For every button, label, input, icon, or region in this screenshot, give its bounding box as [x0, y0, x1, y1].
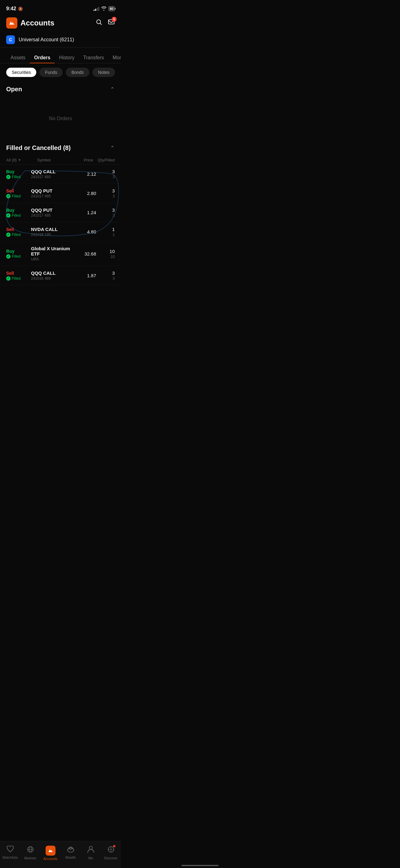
heart-icon [6, 846, 14, 854]
nav-watchlists-label: Watchlists [2, 856, 18, 859]
order-qty-col: 3 3 [96, 169, 115, 179]
filled-dot-icon [6, 213, 10, 218]
nav-markets[interactable]: Markets [20, 844, 40, 862]
order-symbol-col: QQQ PUT 241017 495 [28, 207, 74, 218]
th-price: Price [71, 158, 93, 162]
svg-point-5 [68, 848, 74, 852]
nav-wealth-label: Wealth [65, 856, 76, 859]
tab-history[interactable]: History [55, 53, 79, 63]
filled-section-header: Filled or Cancelled (8) ⌃ [0, 140, 121, 156]
order-status: Filled [6, 232, 28, 237]
battery-icon: 80 [108, 6, 115, 11]
search-button[interactable] [96, 19, 102, 27]
order-row[interactable]: Sell Filled QQQ CALL 241016 489 1.87 3 3 [0, 266, 121, 285]
tab-assets[interactable]: Assets [6, 53, 30, 63]
order-status: Filled [6, 175, 28, 179]
status-right: 80 [94, 6, 115, 11]
order-price-col: 2.80 [74, 191, 96, 196]
order-status: Filled [6, 254, 28, 258]
order-row[interactable]: Sell Filled NVDA CALL 241018 135 4.80 1 … [0, 222, 121, 242]
order-side-col: Buy Filled [6, 208, 28, 218]
account-row[interactable]: C Universal Account (6211) [0, 32, 121, 48]
open-chevron-icon[interactable]: ⌃ [110, 86, 115, 93]
account-icon: C [6, 35, 15, 44]
filled-dot-icon [6, 276, 10, 281]
order-price-col: 1.87 [74, 273, 96, 278]
filled-dot-icon [6, 254, 10, 258]
order-symbol-col: Global X Uranium ETF URA [28, 246, 74, 261]
th-filter[interactable]: All (8) ▼ [6, 158, 31, 162]
order-symbol-col: QQQ CALL 241017 493 [28, 169, 74, 179]
nav-accounts-label: Accounts [43, 857, 57, 861]
filled-dot-icon [6, 175, 10, 179]
order-price-col: 4.80 [74, 229, 96, 235]
order-side-sell: Sell [6, 271, 28, 276]
order-side-col: Sell Filled [6, 271, 28, 281]
order-status: Filled [6, 213, 28, 218]
nav-accounts[interactable]: Accounts [40, 844, 61, 862]
tab-more[interactable]: More [108, 53, 121, 63]
order-price-col: 32.68 [74, 251, 96, 256]
svg-point-9 [110, 849, 112, 850]
notification-badge: 5 [112, 17, 116, 22]
me-icon [88, 846, 94, 855]
tab-orders[interactable]: Orders [30, 53, 55, 63]
markets-icon [27, 846, 34, 855]
filter-bonds[interactable]: Bonds [66, 68, 89, 77]
order-row[interactable]: Sell Filled QQQ PUT 241017 495 2.80 3 3 [0, 184, 121, 203]
signal-icon [94, 7, 99, 11]
nav-watchlists[interactable]: Watchlists [0, 844, 20, 862]
order-side-buy: Buy [6, 169, 28, 174]
order-symbol-col: NVDA CALL 241018 135 [28, 227, 74, 237]
order-side-col: Buy Filled [6, 169, 28, 179]
filled-chevron-icon[interactable]: ⌃ [110, 145, 115, 152]
order-qty-col: 10 10 [96, 249, 115, 259]
order-side-col: Sell Filled [6, 188, 28, 198]
nav-me[interactable]: Me [80, 844, 101, 862]
wealth-icon [67, 846, 75, 854]
order-price-col: 1.24 [74, 210, 96, 215]
th-symbol: Symbol [31, 158, 71, 162]
order-status: Filled [6, 276, 28, 281]
tab-transfers[interactable]: Transfers [79, 53, 108, 63]
order-qty-col: 3 3 [96, 188, 115, 198]
tabs-row: Assets Orders History Transfers More [0, 48, 121, 63]
status-bar: 9:42 🔕 80 [0, 0, 121, 16]
header: Accounts 5 [0, 16, 121, 32]
clock-time: 9:42 [6, 6, 16, 11]
order-row[interactable]: Buy Filled Global X Uranium ETF URA 32.6… [0, 242, 121, 266]
table-header: All (8) ▼ Symbol Price Qty/Filled [0, 156, 121, 164]
page-title: Accounts [21, 19, 54, 27]
bottom-nav: Watchlists Markets Accounts [0, 841, 121, 868]
open-section-title: Open [6, 86, 22, 93]
discover-icon [107, 846, 115, 855]
messages-button[interactable]: 5 [108, 19, 115, 27]
nav-me-label: Me [88, 856, 93, 860]
accounts-logo-icon [45, 846, 56, 856]
status-time: 9:42 🔕 [6, 6, 23, 11]
mute-icon: 🔕 [18, 6, 23, 11]
filled-dot-icon [6, 232, 10, 237]
order-qty-col: 3 3 [96, 207, 115, 218]
order-symbol-col: QQQ CALL 241016 489 [28, 270, 74, 281]
svg-point-7 [89, 846, 92, 849]
filter-securities[interactable]: Securities [6, 68, 36, 77]
order-symbol-col: QQQ PUT 241017 495 [28, 188, 74, 198]
filter-notes[interactable]: Notes [92, 68, 115, 77]
order-side-col: Sell Filled [6, 227, 28, 237]
open-section-header: Open ⌃ [0, 81, 121, 97]
nav-discover[interactable]: Discover [101, 844, 121, 862]
order-row[interactable]: Buy Filled QQQ PUT 241017 495 1.24 3 3 [0, 203, 121, 222]
orders-list: Buy Filled QQQ CALL 241017 493 2.12 3 3 … [0, 164, 121, 285]
no-orders-text: No Orders [0, 97, 121, 140]
order-side-buy: Buy [6, 208, 28, 213]
order-qty-col: 3 3 [96, 270, 115, 281]
filter-funds[interactable]: Funds [39, 68, 63, 77]
order-row[interactable]: Buy Filled QQQ CALL 241017 493 2.12 3 3 [0, 164, 121, 184]
filled-dot-icon [6, 194, 10, 198]
order-status: Filled [6, 194, 28, 198]
filled-section-title: Filled or Cancelled (8) [6, 144, 71, 152]
nav-wealth[interactable]: Wealth [61, 844, 80, 862]
order-qty-col: 1 1 [96, 227, 115, 237]
th-qty: Qty/Filled [93, 158, 115, 162]
